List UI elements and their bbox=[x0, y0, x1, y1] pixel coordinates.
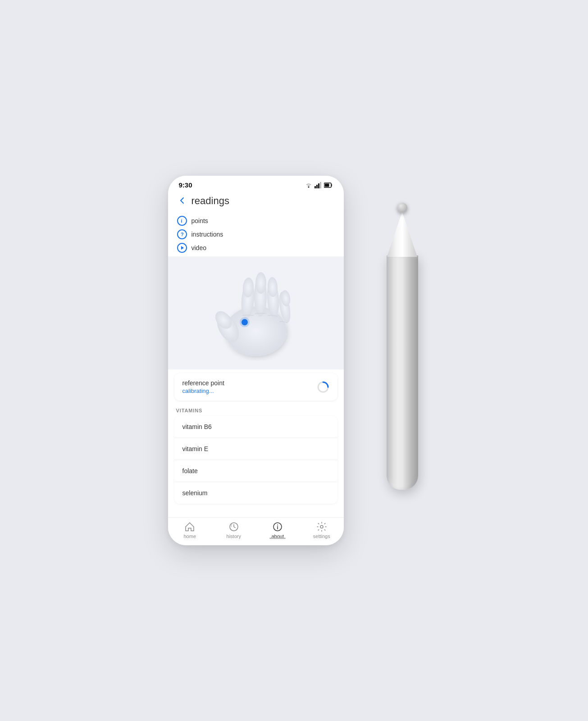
svg-text:?: ? bbox=[181, 232, 184, 237]
bottom-nav: home history about bbox=[168, 517, 344, 545]
reference-card: reference point calibrating... bbox=[174, 373, 337, 401]
stylus-body bbox=[387, 256, 418, 490]
wifi-icon bbox=[305, 182, 312, 188]
svg-point-16 bbox=[255, 272, 266, 294]
svg-point-0 bbox=[308, 186, 309, 187]
vitamin-item-selenium[interactable]: selenium bbox=[174, 482, 337, 504]
svg-rect-1 bbox=[315, 186, 316, 188]
loading-spinner bbox=[317, 381, 329, 393]
reference-text: reference point calibrating... bbox=[182, 379, 224, 394]
nav-active-indicator bbox=[269, 538, 286, 539]
svg-rect-2 bbox=[316, 185, 318, 188]
info-item-points[interactable]: i points bbox=[177, 214, 335, 228]
phone-frame: 9:30 bbox=[168, 176, 344, 545]
info-items-list: i points ? instructions bbox=[168, 211, 344, 256]
vitamins-header: VITAMINS bbox=[174, 404, 337, 416]
vitamin-item-b6[interactable]: vitamin B6 bbox=[174, 416, 337, 438]
nav-item-history[interactable]: history bbox=[212, 521, 256, 539]
page-title: readings bbox=[191, 195, 229, 207]
svg-marker-9 bbox=[181, 246, 184, 250]
nav-item-about[interactable]: about bbox=[256, 521, 300, 539]
info-label-points: points bbox=[191, 217, 208, 224]
svg-rect-4 bbox=[320, 182, 321, 188]
info-label-video: video bbox=[191, 244, 206, 251]
reference-title: reference point bbox=[182, 379, 224, 387]
status-time: 9:30 bbox=[179, 181, 192, 189]
hand-svg bbox=[197, 266, 315, 360]
status-icons bbox=[305, 182, 333, 188]
scene: 9:30 bbox=[168, 176, 420, 545]
stylus-cone bbox=[387, 212, 418, 257]
reference-status: calibrating... bbox=[182, 388, 224, 394]
svg-point-22 bbox=[240, 317, 250, 327]
svg-rect-3 bbox=[318, 183, 319, 188]
home-icon bbox=[184, 521, 195, 532]
vitamins-list: vitamin B6 vitamin E folate selenium bbox=[174, 416, 337, 504]
vitamin-item-e[interactable]: vitamin E bbox=[174, 438, 337, 460]
back-button[interactable] bbox=[177, 196, 187, 207]
info-label-instructions: instructions bbox=[191, 231, 223, 238]
svg-point-27 bbox=[320, 525, 323, 528]
history-icon bbox=[228, 521, 239, 532]
hand-illustration bbox=[197, 266, 315, 360]
svg-rect-6 bbox=[324, 183, 329, 187]
settings-icon bbox=[316, 521, 327, 532]
nav-item-home[interactable]: home bbox=[168, 521, 212, 539]
hand-area bbox=[168, 256, 344, 370]
vitamin-item-folate[interactable]: folate bbox=[174, 460, 337, 482]
info-item-video[interactable]: video bbox=[177, 241, 335, 255]
info-icon-video bbox=[177, 243, 187, 253]
nav-item-settings[interactable]: settings bbox=[300, 521, 344, 539]
signal-icon bbox=[315, 182, 322, 188]
nav-label-history: history bbox=[227, 534, 241, 539]
svg-text:i: i bbox=[181, 218, 182, 224]
info-icon-instructions: ? bbox=[177, 229, 187, 239]
info-item-instructions[interactable]: ? instructions bbox=[177, 228, 335, 241]
nav-label-home: home bbox=[183, 534, 196, 539]
svg-point-26 bbox=[277, 525, 278, 525]
stylus-tip bbox=[397, 203, 407, 213]
nav-label-settings: settings bbox=[313, 534, 330, 539]
status-bar: 9:30 bbox=[168, 176, 344, 192]
battery-icon bbox=[324, 182, 333, 188]
vitamins-section: VITAMINS vitamin B6 vitamin E folate sel… bbox=[168, 404, 344, 517]
stylus-pen bbox=[384, 203, 420, 518]
app-header: readings bbox=[168, 192, 344, 211]
about-icon bbox=[272, 521, 283, 532]
info-icon-points: i bbox=[177, 216, 187, 226]
